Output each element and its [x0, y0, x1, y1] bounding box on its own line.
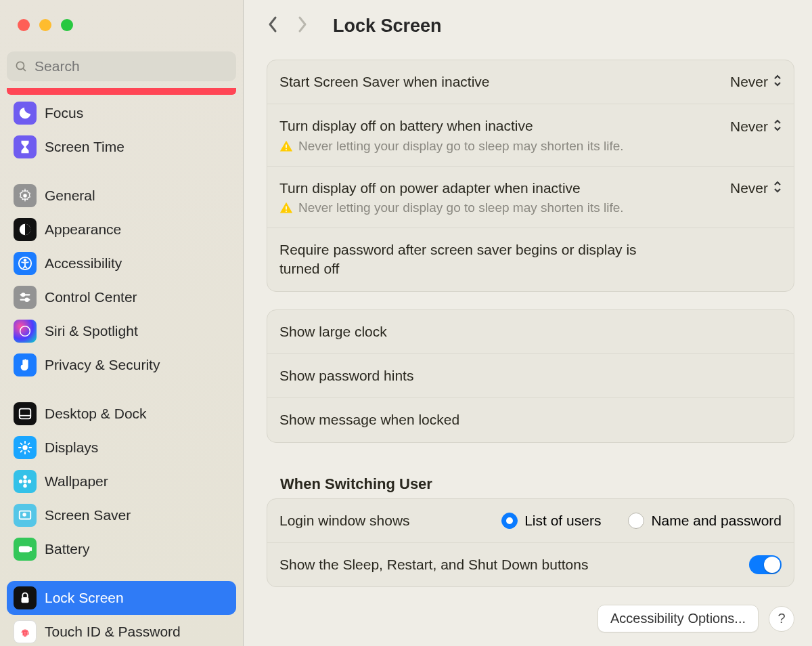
display-batt-label: Turn display off on battery when inactiv…: [279, 116, 533, 135]
svg-rect-31: [22, 597, 29, 603]
svg-rect-34: [286, 207, 287, 210]
screensaver-label: Start Screen Saver when inactive: [279, 72, 490, 91]
display-batt-popup[interactable]: Never: [730, 119, 782, 135]
display-power-popup[interactable]: Never: [730, 180, 782, 196]
login-window-radio-group: List of users Name and password: [501, 513, 782, 529]
row-display-power: Turn display off on power adapter when i…: [267, 166, 794, 228]
sidebar-item-label: Accessibility: [45, 255, 122, 272]
sidebar-item-screen-time[interactable]: Screen Time: [7, 130, 236, 164]
header: Lock Screen: [244, 0, 812, 43]
svg-point-0: [16, 62, 24, 69]
screensaver-icon: [14, 504, 37, 527]
sleep-buttons-label: Show the Sleep, Restart, and Shut Down b…: [279, 555, 588, 574]
row-screensaver: Start Screen Saver when inactive Never: [267, 60, 794, 104]
sidebar-item-label: Screen Time: [45, 139, 125, 155]
svg-line-18: [21, 444, 22, 445]
search-field[interactable]: [7, 51, 236, 81]
password-hints-label: Show password hints: [279, 366, 413, 385]
sidebar-item-touch-id[interactable]: Touch ID & Password: [7, 615, 236, 646]
svg-point-22: [23, 479, 27, 483]
main-panel: Lock Screen Start Screen Saver when inac…: [244, 0, 812, 646]
sidebar-item-label: Control Center: [45, 289, 137, 305]
sidebar-item-control-center[interactable]: Control Center: [7, 280, 236, 314]
sidebar-item-label: Siri & Spotlight: [45, 323, 138, 339]
fingerprint-icon: [14, 620, 37, 643]
sidebar-item-focus[interactable]: Focus: [7, 96, 236, 130]
sidebar-item-battery[interactable]: Battery: [7, 532, 236, 566]
sidebar-item-displays[interactable]: Displays: [7, 431, 236, 465]
radio-dot-icon: [628, 513, 644, 529]
flower-icon: [14, 470, 37, 493]
sidebar-item-desktop-dock[interactable]: Desktop & Dock: [7, 397, 236, 431]
hand-icon: [14, 353, 37, 376]
sidebar: Focus Screen Time General Appea: [0, 0, 244, 646]
sidebar-item-label: Privacy & Security: [45, 357, 160, 373]
inactivity-settings-card: Start Screen Saver when inactive Never T…: [267, 60, 794, 292]
chevron-up-down-icon: [773, 119, 782, 135]
sleep-buttons-toggle[interactable]: [749, 555, 782, 574]
search-input[interactable]: [35, 58, 228, 74]
svg-rect-29: [20, 546, 30, 551]
svg-point-2: [23, 194, 27, 198]
sidebar-item-label: Touch ID & Password: [45, 624, 181, 640]
forward-button[interactable]: [296, 15, 309, 37]
sidebar-item-accessibility[interactable]: Accessibility: [7, 246, 236, 280]
display-power-label: Turn display off on power adapter when i…: [279, 179, 581, 198]
display-power-warning: Never letting your display go to sleep m…: [279, 200, 782, 215]
page-title: Lock Screen: [333, 16, 442, 37]
hourglass-icon: [14, 135, 37, 158]
login-window-label: Login window shows: [279, 511, 410, 530]
zoom-window-button[interactable]: [61, 19, 73, 31]
svg-point-26: [28, 479, 31, 483]
display-settings-card: Show large clock Show password hints Sho…: [267, 309, 794, 443]
svg-point-7: [22, 293, 24, 296]
svg-rect-33: [286, 149, 287, 150]
switching-user-card: Login window shows List of users Name an…: [267, 498, 794, 588]
sidebar-item-screen-saver[interactable]: Screen Saver: [7, 498, 236, 532]
sidebar-item-general[interactable]: General: [7, 179, 236, 213]
radio-name-password[interactable]: Name and password: [628, 513, 782, 529]
chevron-up-down-icon: [773, 180, 782, 196]
row-require-password: Require password after screen saver begi…: [267, 228, 794, 291]
svg-line-21: [21, 451, 22, 452]
accessibility-icon: [14, 252, 37, 275]
sidebar-item-lock-screen[interactable]: Lock Screen: [7, 581, 236, 615]
radio-label: List of users: [524, 513, 601, 529]
sidebar-item-siri-spotlight[interactable]: Siri & Spotlight: [7, 314, 236, 348]
svg-point-25: [19, 479, 22, 483]
sidebar-item-wallpaper[interactable]: Wallpaper: [7, 465, 236, 498]
svg-rect-35: [286, 211, 287, 212]
warning-icon: [279, 139, 293, 153]
row-display-battery: Turn display off on battery when inactiv…: [267, 104, 794, 165]
gear-icon: [14, 184, 37, 207]
display-batt-warning: Never letting your display go to sleep m…: [279, 139, 782, 154]
siri-icon: [14, 320, 37, 343]
row-message-when-locked: Show message when locked: [267, 397, 794, 442]
screensaver-popup[interactable]: Never: [730, 74, 782, 90]
window-controls: [0, 0, 243, 31]
sidebar-item-label: Desktop & Dock: [45, 406, 147, 422]
contrast-icon: [14, 218, 37, 241]
sidebar-item-privacy-security[interactable]: Privacy & Security: [7, 348, 236, 382]
svg-point-5: [24, 259, 26, 261]
svg-point-9: [26, 299, 28, 301]
row-login-window: Login window shows List of users Name an…: [267, 499, 794, 542]
chevron-up-down-icon: [773, 74, 782, 90]
sidebar-item-appearance[interactable]: Appearance: [7, 213, 236, 246]
warning-icon: [279, 201, 293, 215]
large-clock-label: Show large clock: [279, 322, 387, 341]
radio-list-of-users[interactable]: List of users: [501, 513, 601, 529]
sidebar-item-label: Screen Saver: [45, 507, 131, 523]
back-button[interactable]: [267, 15, 279, 37]
close-window-button[interactable]: [18, 19, 30, 31]
help-button[interactable]: ?: [769, 606, 794, 632]
svg-point-28: [23, 513, 26, 516]
sidebar-item-partial[interactable]: [7, 88, 236, 95]
accessibility-options-button[interactable]: Accessibility Options...: [597, 605, 759, 632]
sidebar-item-label: General: [45, 188, 95, 204]
sidebar-item-label: Displays: [45, 439, 98, 456]
svg-line-19: [28, 451, 30, 452]
dock-icon: [14, 402, 37, 425]
minimize-window-button[interactable]: [39, 19, 51, 31]
svg-point-13: [22, 445, 27, 450]
